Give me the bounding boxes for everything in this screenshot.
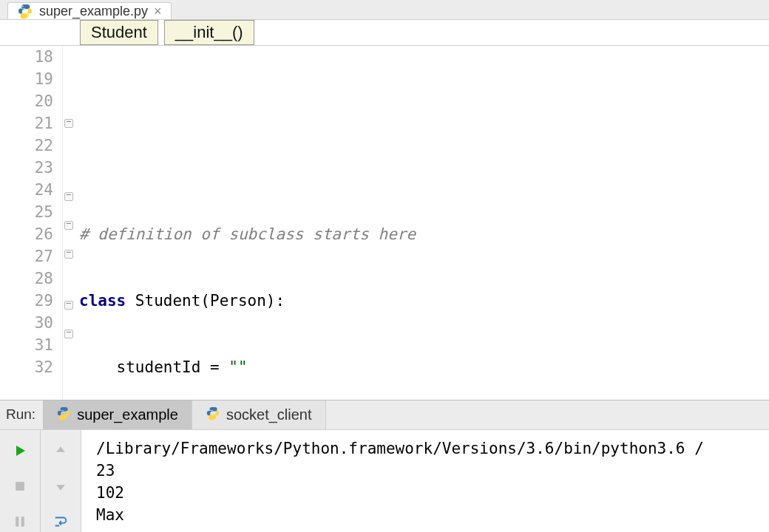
run-controls-column-2 (41, 430, 81, 532)
svg-rect-5 (21, 516, 24, 526)
run-tool-window: Run: super_example socket_client (0, 400, 769, 532)
breadcrumb-method[interactable]: __init__() (164, 20, 254, 45)
run-tab-super-example[interactable]: super_example (43, 400, 192, 429)
scroll-down-button[interactable] (50, 476, 71, 497)
rerun-button[interactable] (10, 440, 30, 461)
stop-button[interactable] (10, 476, 30, 497)
python-run-icon (206, 406, 220, 424)
run-tab-label: socket_client (226, 406, 312, 423)
scroll-up-button[interactable] (50, 440, 71, 461)
svg-rect-4 (16, 516, 18, 526)
line-number-gutter: 181920212223242526272829303132 (0, 46, 63, 400)
file-tab-label: super_example.py (39, 4, 148, 19)
code-line: studentId = "" (79, 356, 769, 378)
breadcrumb-class[interactable]: Student (80, 20, 158, 45)
pause-button[interactable] (10, 511, 30, 532)
run-controls-column-1 (0, 430, 41, 532)
run-tab-socket-client[interactable]: socket_client (192, 400, 326, 429)
code-line (79, 157, 769, 179)
svg-point-0 (22, 6, 24, 7)
code-area[interactable]: # definition of subclass starts here cla… (76, 46, 769, 400)
python-file-icon (17, 3, 33, 19)
soft-wrap-button[interactable] (50, 511, 71, 532)
file-tab[interactable]: super_example.py × (7, 2, 172, 19)
fold-column (63, 46, 76, 400)
python-run-icon (56, 406, 71, 424)
code-line (79, 90, 769, 112)
run-tab-label: super_example (77, 406, 178, 423)
run-output[interactable]: /Library/Frameworks/Python.framework/Ver… (81, 430, 769, 532)
close-tab-icon[interactable]: × (154, 4, 162, 19)
svg-rect-3 (16, 482, 24, 491)
code-line: # definition of subclass starts here (79, 223, 769, 245)
code-line: class Student(Person): (79, 290, 769, 312)
file-tab-bar: super_example.py × (0, 0, 769, 20)
breadcrumb-bar: Student __init__() (0, 20, 769, 46)
svg-point-1 (27, 16, 29, 17)
run-tab-bar: Run: super_example socket_client (0, 400, 769, 430)
code-editor[interactable]: 181920212223242526272829303132 # definit… (0, 46, 769, 400)
run-label: Run: (0, 400, 43, 429)
